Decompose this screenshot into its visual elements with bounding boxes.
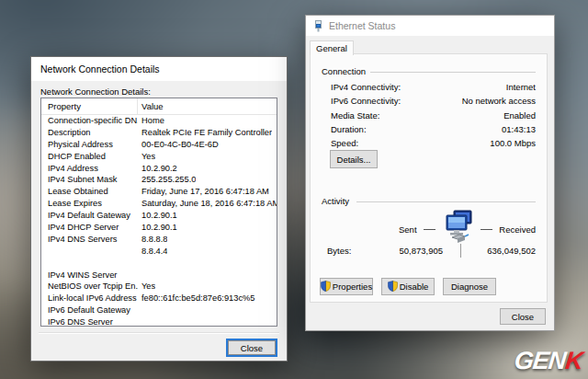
row-value: 8.8.4.4 bbox=[138, 246, 167, 258]
row-label: Lease Expires bbox=[41, 198, 138, 210]
details-list-row[interactable]: IPv6 DNS Server bbox=[41, 316, 277, 327]
details-list-row[interactable]: NetBIOS over Tcpip En...Yes bbox=[41, 281, 277, 293]
connection-group-label: Connection bbox=[322, 66, 370, 76]
column-header-property[interactable]: Property bbox=[41, 98, 138, 114]
sent-label: Sent bbox=[399, 224, 417, 235]
disable-button-label: Disable bbox=[400, 281, 429, 292]
row-label: IPv4 Address bbox=[41, 163, 138, 175]
details-titlebar[interactable]: Network Connection Details bbox=[31, 57, 287, 81]
row-value: Enabled bbox=[503, 110, 536, 124]
row-label: IPv4 DNS Servers bbox=[41, 234, 138, 246]
details-close-button[interactable]: Close bbox=[226, 339, 277, 357]
bytes-received-value: 636,049,502 bbox=[487, 246, 536, 256]
computer-network-icon bbox=[441, 210, 474, 248]
bytes-sent-value: 50,873,905 bbox=[399, 246, 443, 256]
connection-row: IPv6 Connectivity:No network access bbox=[331, 96, 536, 109]
properties-button[interactable]: Properties bbox=[320, 278, 373, 295]
row-value: 10.2.90.2 bbox=[138, 163, 177, 175]
details-dialog-title: Network Connection Details bbox=[40, 63, 160, 75]
details-list-label: Network Connection Details: bbox=[40, 86, 151, 97]
details-list-row[interactable]: DHCP EnabledYes bbox=[41, 151, 277, 163]
connection-row: Media State:Enabled bbox=[331, 110, 536, 124]
row-label: Media State: bbox=[331, 110, 379, 124]
details-list-row[interactable]: IPv4 DHCP Server10.2.90.1 bbox=[41, 222, 277, 234]
row-value: Yes bbox=[138, 281, 155, 293]
row-label: Link-local IPv6 Address bbox=[41, 293, 138, 304]
row-label bbox=[41, 246, 138, 258]
status-close-button[interactable]: Close bbox=[500, 308, 546, 325]
row-value bbox=[138, 270, 141, 281]
bytes-row: Bytes: 50,873,905 636,049,502 bbox=[311, 244, 547, 258]
diagnose-button[interactable]: Diagnose bbox=[443, 278, 496, 295]
details-list-row[interactable]: Lease ExpiresSaturday, June 18, 2016 6:4… bbox=[41, 198, 277, 210]
tab-general[interactable]: General bbox=[310, 40, 354, 55]
row-label: IPv6 Default Gateway bbox=[41, 304, 138, 316]
activity-group-label: Activity bbox=[322, 196, 354, 206]
row-label: IPv6 Connectivity: bbox=[331, 96, 401, 109]
row-label: IPv4 Subnet Mask bbox=[41, 174, 138, 186]
details-list-row[interactable]: IPv4 DNS Servers8.8.8.8 bbox=[41, 234, 277, 246]
column-header-value[interactable]: Value bbox=[138, 101, 164, 111]
row-value: 10.2.90.1 bbox=[138, 210, 177, 222]
row-label: NetBIOS over Tcpip En... bbox=[41, 281, 138, 293]
details-list-row[interactable]: Physical Address00-E0-4C-B0-4E-6D bbox=[41, 139, 277, 151]
row-label: IPv4 WINS Server bbox=[41, 270, 138, 281]
row-label: Physical Address bbox=[41, 139, 138, 151]
row-label: Description bbox=[41, 127, 138, 139]
received-label: Received bbox=[499, 224, 536, 235]
details-list-row[interactable]: Connection-specific DN...Home bbox=[41, 115, 277, 127]
details-list-row[interactable]: IPv4 WINS Server bbox=[41, 270, 277, 281]
ethernet-adapter-icon bbox=[313, 20, 323, 32]
details-list-row[interactable]: DescriptionRealtek PCIe FE Family Contro… bbox=[41, 127, 277, 139]
details-list-row[interactable]: Lease ObtainedFriday, June 17, 2016 6:47… bbox=[41, 186, 277, 198]
row-value: Saturday, June 18, 2016 6:47:18 AM bbox=[138, 198, 277, 210]
connection-row: Duration:01:43:13 bbox=[331, 124, 536, 138]
general-tab-page: Connection IPv4 Connectivity:InternetIPv… bbox=[310, 53, 548, 303]
row-label: IPv4 Default Gateway bbox=[41, 210, 138, 222]
ethernet-status-dialog: Ethernet Status × General Connection IPv… bbox=[305, 15, 555, 331]
row-label: IPv4 Connectivity: bbox=[331, 82, 401, 96]
row-value: 255.255.255.0 bbox=[138, 174, 196, 186]
status-dialog-title: Ethernet Status bbox=[329, 20, 395, 31]
genk-logo: GENK bbox=[513, 347, 583, 375]
row-value: Friday, June 17, 2016 6:47:18 AM bbox=[138, 186, 269, 198]
details-button[interactable]: Details... bbox=[330, 150, 378, 168]
vertical-divider bbox=[460, 244, 461, 258]
row-value: Home bbox=[138, 115, 164, 127]
row-value: 01:43:13 bbox=[502, 124, 536, 138]
row-label: IPv4 DHCP Server bbox=[41, 222, 138, 234]
details-list-row[interactable]: IPv4 Subnet Mask255.255.255.0 bbox=[41, 174, 277, 186]
row-value bbox=[138, 304, 141, 316]
details-list-row[interactable]: 8.8.4.4 bbox=[41, 246, 277, 258]
row-value: 8.8.8.8 bbox=[138, 234, 167, 246]
row-label bbox=[41, 258, 138, 270]
row-value: Internet bbox=[506, 82, 536, 96]
genk-logo-gen: GEN bbox=[513, 347, 567, 374]
status-titlebar[interactable]: Ethernet Status bbox=[306, 16, 554, 36]
details-list-row[interactable]: IPv6 Default Gateway bbox=[41, 304, 277, 316]
uac-shield-icon bbox=[388, 281, 398, 293]
details-list-row[interactable]: IPv4 Address10.2.90.2 bbox=[41, 163, 277, 175]
row-value: 100.0 Mbps bbox=[490, 138, 536, 152]
details-list-row[interactable]: Link-local IPv6 Addressfe80::61fc:be5d:8… bbox=[41, 293, 277, 304]
row-value: Yes bbox=[138, 151, 155, 163]
bytes-label: Bytes: bbox=[327, 246, 351, 256]
row-value bbox=[138, 258, 141, 270]
disable-button[interactable]: Disable bbox=[381, 278, 435, 295]
details-listview[interactable]: Property Value Connection-specific DN...… bbox=[40, 98, 277, 327]
divider bbox=[39, 332, 279, 334]
row-value: 10.2.90.1 bbox=[138, 222, 177, 234]
details-list-rows: Connection-specific DN...HomeDescription… bbox=[41, 115, 277, 327]
row-value: 00-E0-4C-B0-4E-6D bbox=[138, 139, 219, 151]
row-label: Duration: bbox=[331, 124, 367, 138]
row-value: Realtek PCIe FE Family Controller bbox=[138, 127, 272, 139]
row-label: Connection-specific DN... bbox=[41, 115, 138, 127]
group-line bbox=[368, 72, 536, 73]
row-label: DHCP Enabled bbox=[41, 151, 138, 163]
genk-logo-k: K bbox=[564, 347, 584, 374]
details-list-row[interactable] bbox=[41, 258, 277, 270]
connection-rows: IPv4 Connectivity:InternetIPv6 Connectiv… bbox=[331, 82, 536, 152]
dash-line bbox=[424, 229, 435, 230]
details-list-row[interactable]: IPv4 Default Gateway10.2.90.1 bbox=[41, 210, 277, 222]
properties-button-label: Properties bbox=[333, 281, 372, 292]
